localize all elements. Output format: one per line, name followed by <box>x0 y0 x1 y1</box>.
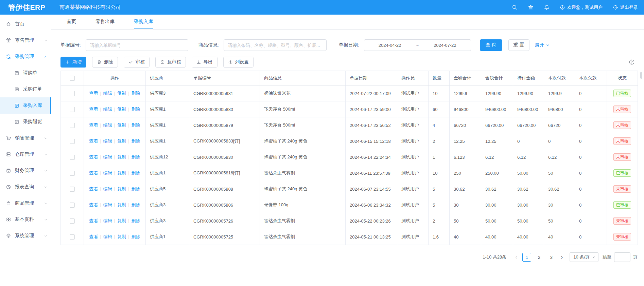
scrollbar-thumb[interactable] <box>640 72 642 79</box>
date-to[interactable]: 2024-07-22 <box>419 43 471 48</box>
copy-link[interactable]: 复制 <box>117 234 126 239</box>
unaudit-button[interactable]: 反审核 <box>155 57 186 68</box>
link-separator: | <box>114 234 115 239</box>
view-link[interactable]: 查看 <box>89 154 98 159</box>
expand-link[interactable]: 展开 <box>535 42 550 48</box>
doc-no-input[interactable] <box>86 39 188 51</box>
sidebar-item[interactable]: 商品管理 <box>0 195 51 211</box>
next-page-button[interactable]: › <box>557 253 566 262</box>
row-checkbox[interactable] <box>70 234 75 240</box>
delete-link[interactable]: 删除 <box>132 218 140 223</box>
bell-icon[interactable] <box>544 4 550 10</box>
page-button[interactable]: 1 <box>522 253 531 262</box>
add-button[interactable]: 新增 <box>60 57 86 68</box>
sidebar-item[interactable]: 销售管理 <box>0 130 51 146</box>
help-icon[interactable] <box>629 59 635 65</box>
view-link[interactable]: 查看 <box>89 138 98 144</box>
copy-link[interactable]: 复制 <box>117 154 126 159</box>
cell-qty: 10 <box>429 165 450 181</box>
delete-link[interactable]: 删除 <box>132 186 140 191</box>
sidebar-item[interactable]: 零售管理 <box>0 32 51 49</box>
sidebar-item[interactable]: 财务管理 <box>0 163 51 179</box>
sidebar-item[interactable]: 系统管理 <box>0 228 51 244</box>
view-link[interactable]: 查看 <box>89 170 98 175</box>
delete-link[interactable]: 删除 <box>132 91 140 96</box>
bank-icon[interactable] <box>528 4 534 10</box>
copy-link[interactable]: 复制 <box>117 202 126 207</box>
view-link[interactable]: 查看 <box>89 107 98 112</box>
status-badge: 未审核 <box>613 233 631 241</box>
row-checkbox[interactable] <box>70 155 75 160</box>
delete-button[interactable]: 删除 <box>92 57 118 68</box>
sidebar-item[interactable]: 仓库管理 <box>0 146 51 163</box>
edit-link[interactable]: 编辑 <box>103 234 112 239</box>
edit-link[interactable]: 编辑 <box>103 170 112 175</box>
tab[interactable]: 零售出库 <box>95 15 115 29</box>
reset-button[interactable]: 重置 <box>508 39 529 51</box>
sidebar-item[interactable]: 首页 <box>0 16 51 32</box>
tab[interactable]: 首页 <box>67 15 76 29</box>
row-checkbox[interactable] <box>70 123 75 128</box>
user-menu[interactable]: 欢迎您，测试用户 <box>560 4 603 11</box>
view-link[interactable]: 查看 <box>89 218 98 223</box>
copy-link[interactable]: 复制 <box>117 107 126 112</box>
date-from[interactable]: 2024-04-22 <box>364 43 416 48</box>
sidebar-subitem[interactable]: 采购订单 <box>0 81 51 97</box>
jump-page-input[interactable] <box>614 252 630 262</box>
sidebar-item[interactable]: 基本资料 <box>0 211 51 228</box>
delete-link[interactable]: 删除 <box>132 154 140 159</box>
delete-link[interactable]: 删除 <box>132 170 140 175</box>
delete-link[interactable]: 删除 <box>132 107 140 112</box>
view-link[interactable]: 查看 <box>89 91 98 96</box>
sidebar-item[interactable]: 采购管理 <box>0 49 51 65</box>
sidebar-subitem[interactable]: 采购入库 <box>0 97 51 114</box>
page-button[interactable]: 2 <box>535 253 543 262</box>
export-button[interactable]: 导出 <box>192 57 217 68</box>
select-all-checkbox[interactable] <box>70 76 75 81</box>
product-input[interactable] <box>224 39 327 51</box>
edit-link[interactable]: 编辑 <box>103 122 112 128</box>
sidebar-subitem[interactable]: 采购退货 <box>0 114 51 130</box>
delete-link[interactable]: 删除 <box>132 202 140 207</box>
search-button[interactable]: 查询 <box>480 39 502 51</box>
column-settings-button[interactable]: 列设置 <box>223 57 254 68</box>
row-checkbox[interactable] <box>70 218 75 224</box>
row-checkbox[interactable] <box>70 139 75 144</box>
edit-link[interactable]: 编辑 <box>103 154 112 159</box>
copy-link[interactable]: 复制 <box>117 122 126 128</box>
edit-link[interactable]: 编辑 <box>103 218 112 223</box>
delete-link[interactable]: 删除 <box>132 138 140 144</box>
edit-link[interactable]: 编辑 <box>103 91 112 96</box>
search-icon[interactable] <box>512 4 518 10</box>
copy-link[interactable]: 复制 <box>117 186 126 191</box>
row-checkbox[interactable] <box>70 107 75 112</box>
row-checkbox[interactable] <box>70 171 75 176</box>
edit-link[interactable]: 编辑 <box>103 202 112 207</box>
copy-link[interactable]: 复制 <box>117 170 126 175</box>
page-button[interactable]: 3 <box>547 253 556 262</box>
view-link[interactable]: 查看 <box>89 234 98 239</box>
row-checkbox[interactable] <box>70 91 75 96</box>
logout-button[interactable]: 退出登录 <box>613 4 638 11</box>
sidebar-item[interactable]: 报表查询 <box>0 179 51 195</box>
row-checkbox[interactable] <box>70 187 75 192</box>
row-checkbox[interactable] <box>70 203 75 208</box>
copy-link[interactable]: 复制 <box>117 138 126 144</box>
tab[interactable]: 采购入库 <box>134 15 153 29</box>
page-size-select[interactable]: 10 条/页 <box>570 252 598 262</box>
copy-link[interactable]: 复制 <box>117 218 126 223</box>
date-range-picker[interactable]: 2024-04-22 ~ 2024-07-22 <box>364 39 471 51</box>
edit-link[interactable]: 编辑 <box>103 138 112 144</box>
view-link[interactable]: 查看 <box>89 122 98 128</box>
edit-link[interactable]: 编辑 <box>103 186 112 191</box>
page-size-value: 10 条/页 <box>573 254 590 260</box>
edit-link[interactable]: 编辑 <box>103 107 112 112</box>
delete-link[interactable]: 删除 <box>132 122 140 128</box>
view-link[interactable]: 查看 <box>89 186 98 191</box>
delete-link[interactable]: 删除 <box>132 234 140 239</box>
audit-button[interactable]: 审核 <box>124 57 150 68</box>
prev-page-button[interactable]: ‹ <box>512 253 521 262</box>
copy-link[interactable]: 复制 <box>117 91 126 96</box>
sidebar-subitem[interactable]: 请购单 <box>0 65 51 81</box>
view-link[interactable]: 查看 <box>89 202 98 207</box>
